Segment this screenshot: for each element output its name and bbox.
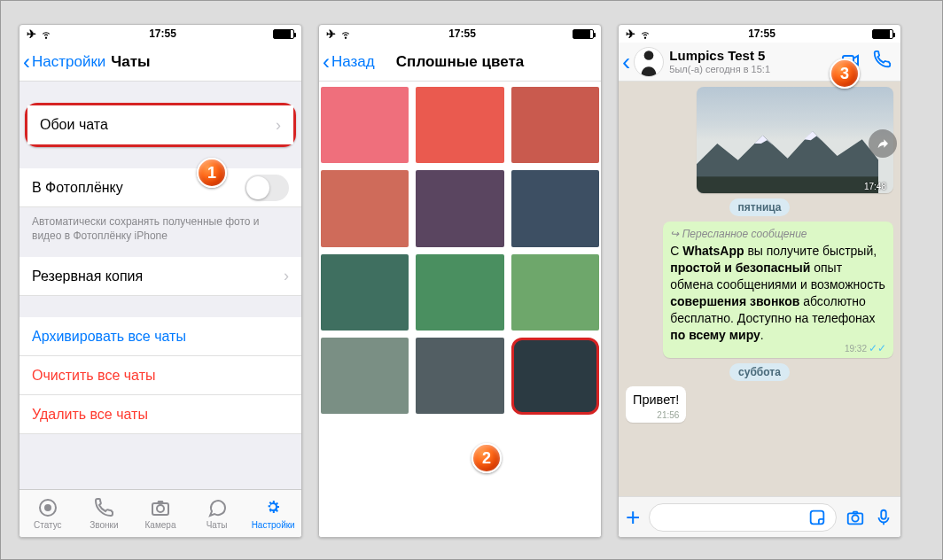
chat-body[interactable]: 17:48 пятница ↪ Пересланное сообщение С … — [619, 82, 900, 496]
cell-save-to-camera-roll[interactable]: В Фотоплёнку — [19, 168, 301, 207]
forwarded-message[interactable]: ↪ Пересланное сообщение С WhatsApp вы по… — [663, 222, 893, 358]
footnote: Автоматически сохранять полученные фото … — [19, 207, 301, 257]
color-swatch[interactable] — [511, 170, 599, 246]
cell-chat-wallpaper[interactable]: Обои чата › — [27, 105, 293, 144]
svg-point-3 — [157, 505, 164, 512]
message-time: 21:56 — [657, 409, 679, 422]
cell-label: В Фотоплёнку — [32, 180, 123, 196]
date-chip: пятница — [729, 198, 791, 216]
clock: 17:55 — [149, 27, 176, 40]
chevron-left-icon[interactable]: ‹ — [619, 48, 630, 76]
svg-point-12 — [852, 515, 858, 521]
avatar[interactable] — [634, 47, 664, 77]
tab-label: Настройки — [252, 520, 295, 530]
nav-bar: ‹ Настройки Чаты — [19, 43, 301, 82]
voice-call-icon[interactable] — [872, 50, 892, 74]
chevron-right-icon: › — [284, 267, 289, 285]
svg-point-4 — [644, 51, 654, 60]
camera-icon[interactable] — [846, 508, 865, 527]
battery-icon — [273, 29, 294, 39]
tab-label: Чаты — [207, 520, 228, 530]
back-button[interactable]: ‹ Настройки — [19, 51, 105, 73]
message-time: 17:48 — [864, 182, 886, 191]
color-swatch[interactable] — [511, 338, 599, 414]
color-swatch[interactable] — [321, 254, 409, 331]
airplane-icon — [326, 27, 336, 41]
color-swatch[interactable] — [511, 254, 599, 331]
color-swatch[interactable] — [416, 170, 503, 246]
cell-label: Очистить все чаты — [32, 368, 155, 384]
contact-name: Lumpics Test 5 — [669, 49, 770, 64]
nav-bar: ‹ Назад Сплошные цвета — [319, 43, 601, 82]
clock: 17:55 — [748, 27, 775, 40]
status-bar: 17:55 — [619, 25, 900, 43]
mic-icon[interactable] — [874, 508, 893, 527]
page-title: Сплошные цвета — [396, 53, 524, 71]
cell-label: Архивировать все чаты — [32, 329, 186, 345]
battery-icon — [573, 29, 594, 39]
chevron-left-icon: ‹ — [23, 51, 30, 73]
airplane-icon — [626, 27, 635, 41]
color-swatch[interactable] — [416, 338, 503, 414]
back-button[interactable]: ‹ Назад — [319, 51, 375, 73]
cell-label: Удалить все чаты — [32, 407, 148, 423]
tab-settings[interactable]: Настройки — [245, 490, 301, 537]
callout-wallpaper: Обои чата › — [25, 103, 296, 147]
svg-point-1 — [45, 505, 51, 510]
forwarded-label: ↪ Пересланное сообщение — [670, 227, 886, 241]
wifi-icon — [40, 27, 52, 40]
tab-chats[interactable]: Чаты — [189, 490, 245, 537]
step-badge-2: 2 — [472, 443, 502, 473]
clock: 17:55 — [448, 27, 476, 40]
phone-solid-colors: 17:55 ‹ Назад Сплошные цвета 2 — [318, 24, 602, 538]
message-input[interactable] — [649, 503, 837, 532]
battery-icon — [872, 29, 893, 39]
tab-label: Камера — [145, 520, 176, 530]
toggle-off[interactable] — [245, 175, 289, 201]
wifi-icon — [339, 27, 352, 40]
tab-calls[interactable]: Звонки — [76, 490, 133, 537]
cell-clear-all[interactable]: Очистить все чаты — [19, 356, 301, 395]
cell-label: Обои чата — [40, 117, 108, 133]
message-time: 19:32✓✓ — [845, 341, 886, 355]
tab-status[interactable]: Статус — [19, 490, 76, 537]
date-chip: суббота — [729, 363, 790, 381]
svg-rect-9 — [697, 176, 878, 193]
status-bar: 17:55 — [319, 25, 601, 43]
settings-list: Обои чата › В Фотоплёнку Автоматически с… — [19, 82, 301, 489]
msg-text: С WhatsApp вы получите быстрый, простой … — [670, 244, 885, 341]
color-swatch[interactable] — [321, 87, 409, 163]
color-grid — [319, 82, 601, 537]
svg-rect-10 — [811, 510, 824, 524]
image-message[interactable]: 17:48 — [697, 87, 893, 193]
status-bar: 17:55 — [19, 25, 301, 43]
cell-backup[interactable]: Резервная копия › — [19, 257, 301, 296]
cell-delete-all[interactable]: Удалить все чаты — [19, 395, 301, 434]
cell-archive-all[interactable]: Архивировать все чаты — [19, 317, 301, 356]
msg-text: Привет! — [633, 393, 679, 407]
phone-chat: 17:55 ‹ Lumpics Test 5 5ыл(-а) сегодня в… — [618, 24, 901, 538]
incoming-message[interactable]: Привет! 21:56 — [626, 386, 686, 424]
color-swatch[interactable] — [321, 170, 409, 246]
color-swatch[interactable] — [416, 254, 503, 331]
tab-bar: Статус Звонки Камера Чаты Настройки — [19, 489, 301, 537]
back-label: Назад — [331, 53, 375, 71]
color-swatch[interactable] — [321, 338, 409, 414]
forward-icon[interactable] — [869, 129, 897, 158]
chat-input-bar: + — [619, 496, 900, 537]
step-badge-3: 3 — [830, 58, 860, 89]
sticker-icon[interactable] — [807, 508, 827, 527]
color-swatch[interactable] — [511, 87, 599, 163]
phone-settings-chats: 17:55 ‹ Настройки Чаты Обои чата › В Фот… — [19, 24, 302, 538]
read-ticks-icon: ✓✓ — [869, 342, 886, 354]
tab-label: Звонки — [90, 520, 118, 530]
attach-icon[interactable]: + — [626, 503, 640, 532]
color-swatch[interactable] — [416, 87, 503, 163]
airplane-icon — [27, 27, 36, 41]
step-badge-1: 1 — [197, 158, 227, 188]
chat-title-wrap[interactable]: Lumpics Test 5 5ыл(-а) сегодня в 15:1 — [669, 49, 770, 74]
back-label: Настройки — [32, 53, 105, 71]
chevron-right-icon: › — [276, 116, 281, 135]
tab-camera[interactable]: Камера — [132, 490, 189, 537]
wifi-icon — [639, 27, 651, 40]
